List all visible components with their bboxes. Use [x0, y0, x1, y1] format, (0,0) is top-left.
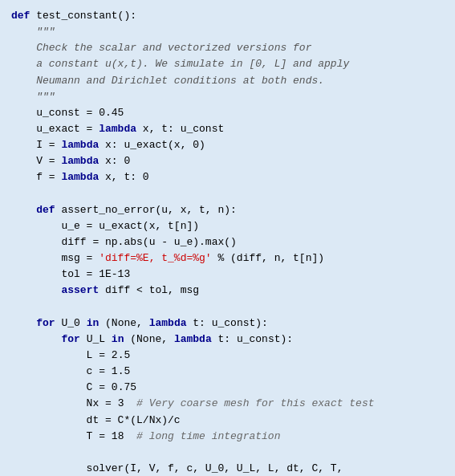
- code-container: def test_constant(): """ Check the scala…: [0, 0, 455, 476]
- code-block: def test_constant(): """ Check the scala…: [11, 8, 444, 476]
